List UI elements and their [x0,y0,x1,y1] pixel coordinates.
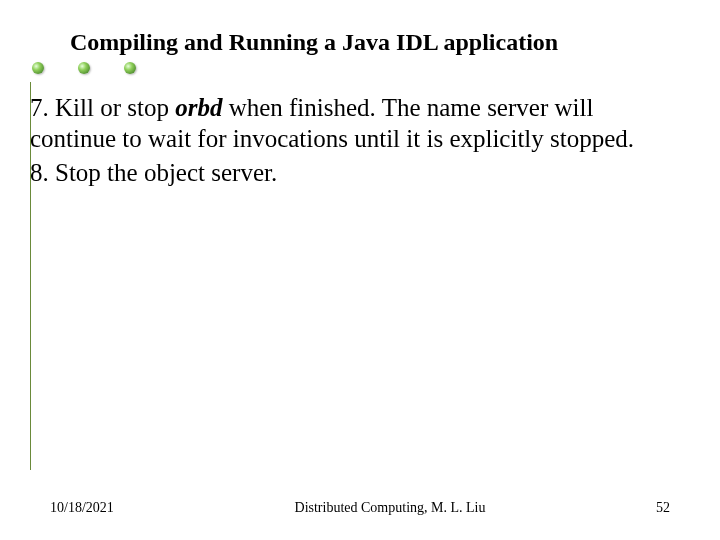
bullet-icon [124,62,136,74]
body-text: 7. Kill or stop orbd when finished. The … [30,92,660,190]
bullet-icon [78,62,90,74]
footer: 10/18/2021 Distributed Computing, M. L. … [0,500,720,520]
list-item: 8. Stop the object server. [30,157,660,188]
slide-title: Compiling and Running a Java IDL applica… [70,28,680,57]
list-number: 8. [30,159,49,186]
text: Stop the object server. [49,159,277,186]
bullet-icon [32,62,44,74]
slide: Compiling and Running a Java IDL applica… [0,0,720,540]
decorative-bullets [32,62,136,74]
text: Kill or stop [49,94,175,121]
footer-center-wrap: Distributed Computing, M. L. Liu [0,500,720,516]
emphasis: orbd [175,94,222,121]
footer-center: Distributed Computing, M. L. Liu [295,500,486,516]
footer-page-number: 52 [656,500,670,516]
list-item: 7. Kill or stop orbd when finished. The … [30,92,660,155]
list-number: 7. [30,94,49,121]
